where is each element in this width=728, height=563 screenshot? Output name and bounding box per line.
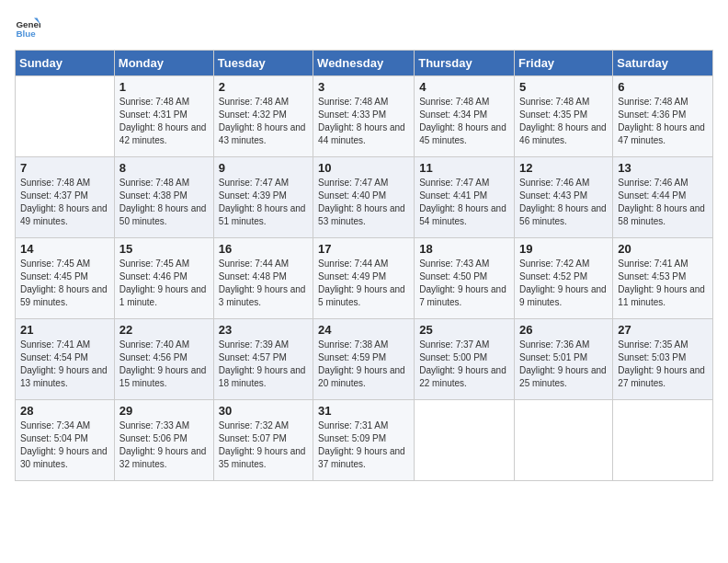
header-thursday: Thursday bbox=[415, 51, 515, 76]
day-number: 11 bbox=[419, 161, 509, 175]
day-number: 21 bbox=[20, 323, 109, 337]
day-number: 2 bbox=[219, 80, 308, 94]
page-header: General Blue bbox=[15, 15, 713, 40]
week-row-5: 28Sunrise: 7:34 AMSunset: 5:04 PMDayligh… bbox=[16, 400, 713, 481]
day-info: Sunrise: 7:48 AMSunset: 4:33 PMDaylight:… bbox=[318, 96, 409, 147]
day-cell bbox=[613, 400, 713, 481]
day-cell: 27Sunrise: 7:35 AMSunset: 5:03 PMDayligh… bbox=[613, 319, 713, 400]
day-cell: 22Sunrise: 7:40 AMSunset: 4:56 PMDayligh… bbox=[114, 319, 213, 400]
header-wednesday: Wednesday bbox=[313, 51, 415, 76]
day-info: Sunrise: 7:46 AMSunset: 4:43 PMDaylight:… bbox=[519, 177, 608, 228]
logo: General Blue bbox=[15, 15, 44, 40]
day-cell: 3Sunrise: 7:48 AMSunset: 4:33 PMDaylight… bbox=[313, 76, 415, 157]
day-number: 22 bbox=[119, 323, 209, 337]
day-cell: 16Sunrise: 7:44 AMSunset: 4:48 PMDayligh… bbox=[213, 238, 313, 319]
day-number: 9 bbox=[219, 161, 308, 175]
day-cell: 24Sunrise: 7:38 AMSunset: 4:59 PMDayligh… bbox=[313, 319, 415, 400]
day-info: Sunrise: 7:36 AMSunset: 5:01 PMDaylight:… bbox=[519, 339, 608, 390]
day-info: Sunrise: 7:31 AMSunset: 5:09 PMDaylight:… bbox=[318, 419, 409, 471]
day-number: 14 bbox=[20, 242, 109, 256]
week-row-3: 14Sunrise: 7:45 AMSunset: 4:45 PMDayligh… bbox=[16, 238, 713, 319]
day-number: 8 bbox=[119, 161, 209, 175]
svg-text:Blue: Blue bbox=[16, 29, 36, 39]
day-cell bbox=[415, 400, 515, 481]
day-cell: 8Sunrise: 7:48 AMSunset: 4:38 PMDaylight… bbox=[114, 157, 213, 238]
day-info: Sunrise: 7:35 AMSunset: 5:03 PMDaylight:… bbox=[618, 339, 708, 390]
day-cell: 23Sunrise: 7:39 AMSunset: 4:57 PMDayligh… bbox=[213, 319, 313, 400]
day-cell: 21Sunrise: 7:41 AMSunset: 4:54 PMDayligh… bbox=[16, 319, 115, 400]
day-cell: 20Sunrise: 7:41 AMSunset: 4:53 PMDayligh… bbox=[613, 238, 713, 319]
day-cell: 7Sunrise: 7:48 AMSunset: 4:37 PMDaylight… bbox=[16, 157, 115, 238]
day-info: Sunrise: 7:41 AMSunset: 4:53 PMDaylight:… bbox=[618, 258, 708, 309]
day-cell: 6Sunrise: 7:48 AMSunset: 4:36 PMDaylight… bbox=[613, 76, 713, 157]
day-cell: 18Sunrise: 7:43 AMSunset: 4:50 PMDayligh… bbox=[415, 238, 515, 319]
day-cell: 5Sunrise: 7:48 AMSunset: 4:35 PMDaylight… bbox=[515, 76, 613, 157]
header-sunday: Sunday bbox=[16, 51, 115, 76]
day-cell: 19Sunrise: 7:42 AMSunset: 4:52 PMDayligh… bbox=[515, 238, 613, 319]
day-cell: 1Sunrise: 7:48 AMSunset: 4:31 PMDaylight… bbox=[114, 76, 213, 157]
day-cell: 31Sunrise: 7:31 AMSunset: 5:09 PMDayligh… bbox=[313, 400, 415, 481]
week-row-4: 21Sunrise: 7:41 AMSunset: 4:54 PMDayligh… bbox=[16, 319, 713, 400]
day-info: Sunrise: 7:47 AMSunset: 4:39 PMDaylight:… bbox=[219, 177, 308, 228]
day-number: 18 bbox=[419, 242, 509, 256]
day-cell: 9Sunrise: 7:47 AMSunset: 4:39 PMDaylight… bbox=[213, 157, 313, 238]
logo-icon: General Blue bbox=[15, 15, 40, 40]
week-row-1: 1Sunrise: 7:48 AMSunset: 4:31 PMDaylight… bbox=[16, 76, 713, 157]
day-info: Sunrise: 7:32 AMSunset: 5:07 PMDaylight:… bbox=[219, 419, 308, 471]
day-info: Sunrise: 7:47 AMSunset: 4:41 PMDaylight:… bbox=[419, 177, 509, 228]
day-info: Sunrise: 7:46 AMSunset: 4:44 PMDaylight:… bbox=[618, 177, 708, 228]
day-info: Sunrise: 7:43 AMSunset: 4:50 PMDaylight:… bbox=[419, 258, 509, 309]
day-info: Sunrise: 7:40 AMSunset: 4:56 PMDaylight:… bbox=[119, 339, 209, 390]
day-number: 17 bbox=[318, 242, 409, 256]
day-cell: 4Sunrise: 7:48 AMSunset: 4:34 PMDaylight… bbox=[415, 76, 515, 157]
day-info: Sunrise: 7:48 AMSunset: 4:38 PMDaylight:… bbox=[119, 177, 209, 228]
day-info: Sunrise: 7:38 AMSunset: 4:59 PMDaylight:… bbox=[318, 339, 409, 390]
day-number: 6 bbox=[618, 80, 708, 94]
day-info: Sunrise: 7:42 AMSunset: 4:52 PMDaylight:… bbox=[519, 258, 608, 309]
day-number: 29 bbox=[119, 404, 209, 418]
day-cell bbox=[16, 76, 115, 157]
day-cell: 30Sunrise: 7:32 AMSunset: 5:07 PMDayligh… bbox=[213, 400, 313, 481]
day-info: Sunrise: 7:44 AMSunset: 4:49 PMDaylight:… bbox=[318, 258, 409, 309]
day-number: 5 bbox=[519, 80, 608, 94]
day-number: 26 bbox=[519, 323, 608, 337]
day-info: Sunrise: 7:47 AMSunset: 4:40 PMDaylight:… bbox=[318, 177, 409, 228]
day-number: 1 bbox=[119, 80, 209, 94]
day-cell: 25Sunrise: 7:37 AMSunset: 5:00 PMDayligh… bbox=[415, 319, 515, 400]
day-number: 12 bbox=[519, 161, 608, 175]
day-info: Sunrise: 7:45 AMSunset: 4:45 PMDaylight:… bbox=[20, 258, 109, 309]
day-cell: 13Sunrise: 7:46 AMSunset: 4:44 PMDayligh… bbox=[613, 157, 713, 238]
header-saturday: Saturday bbox=[613, 51, 713, 76]
day-number: 27 bbox=[618, 323, 708, 337]
day-info: Sunrise: 7:33 AMSunset: 5:06 PMDaylight:… bbox=[119, 419, 209, 471]
day-number: 24 bbox=[318, 323, 409, 337]
day-number: 23 bbox=[219, 323, 308, 337]
day-cell bbox=[515, 400, 613, 481]
day-info: Sunrise: 7:48 AMSunset: 4:35 PMDaylight:… bbox=[519, 96, 608, 147]
day-number: 10 bbox=[318, 161, 409, 175]
day-info: Sunrise: 7:48 AMSunset: 4:36 PMDaylight:… bbox=[618, 96, 708, 147]
day-number: 25 bbox=[419, 323, 509, 337]
day-cell: 15Sunrise: 7:45 AMSunset: 4:46 PMDayligh… bbox=[114, 238, 213, 319]
week-row-2: 7Sunrise: 7:48 AMSunset: 4:37 PMDaylight… bbox=[16, 157, 713, 238]
day-number: 7 bbox=[20, 161, 109, 175]
day-number: 19 bbox=[519, 242, 608, 256]
day-info: Sunrise: 7:48 AMSunset: 4:32 PMDaylight:… bbox=[219, 96, 308, 147]
header-tuesday: Tuesday bbox=[213, 51, 313, 76]
header-monday: Monday bbox=[114, 51, 213, 76]
day-number: 20 bbox=[618, 242, 708, 256]
day-number: 31 bbox=[318, 404, 409, 418]
day-number: 13 bbox=[618, 161, 708, 175]
day-number: 15 bbox=[119, 242, 209, 256]
day-info: Sunrise: 7:48 AMSunset: 4:31 PMDaylight:… bbox=[119, 96, 209, 147]
day-cell: 17Sunrise: 7:44 AMSunset: 4:49 PMDayligh… bbox=[313, 238, 415, 319]
day-number: 3 bbox=[318, 80, 409, 94]
day-cell: 14Sunrise: 7:45 AMSunset: 4:45 PMDayligh… bbox=[16, 238, 115, 319]
day-number: 16 bbox=[219, 242, 308, 256]
calendar-table: SundayMondayTuesdayWednesdayThursdayFrid… bbox=[15, 50, 713, 481]
day-info: Sunrise: 7:45 AMSunset: 4:46 PMDaylight:… bbox=[119, 258, 209, 309]
day-cell: 2Sunrise: 7:48 AMSunset: 4:32 PMDaylight… bbox=[213, 76, 313, 157]
day-info: Sunrise: 7:48 AMSunset: 4:34 PMDaylight:… bbox=[419, 96, 509, 147]
day-cell: 11Sunrise: 7:47 AMSunset: 4:41 PMDayligh… bbox=[415, 157, 515, 238]
day-cell: 10Sunrise: 7:47 AMSunset: 4:40 PMDayligh… bbox=[313, 157, 415, 238]
